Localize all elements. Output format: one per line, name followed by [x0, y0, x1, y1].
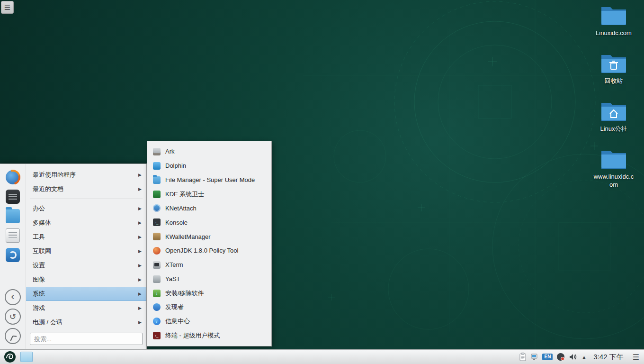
clock[interactable]: 3:42 下午 [590, 353, 626, 362]
root-terminal-icon [153, 332, 161, 339]
category-power-session[interactable]: 电源 / 会话 [26, 315, 146, 329]
favorite-firefox[interactable] [5, 170, 20, 185]
firefox-icon [6, 170, 20, 184]
menu-item-kde-guard[interactable]: KDE 系统卫士 [147, 187, 271, 201]
desktop-icon-trash[interactable]: 回收站 [592, 53, 635, 85]
category-list-spacer [26, 329, 146, 330]
category-recent-docs[interactable]: 最近的文档 [26, 182, 146, 196]
desktop[interactable]: Linuxidc.com 回收站 [0, 0, 644, 364]
category-label: 最近使用的程序 [33, 171, 76, 179]
clock-icon [13, 336, 17, 337]
submenu-arrow-icon [138, 173, 142, 177]
menu-item-label: Ark [165, 148, 175, 155]
menu-item-label: 信息中心 [165, 317, 190, 326]
search-field-wrap [30, 333, 143, 345]
category-label: 系统 [33, 290, 45, 298]
desktop-icon-label: www.linuxidc.com [592, 173, 635, 189]
menu-item-terminal-su[interactable]: 终端 - 超级用户模式 [147, 328, 271, 343]
desktop-icon-wwwlinuxidc[interactable]: www.linuxidc.com [592, 148, 635, 189]
launcher-category-list: 最近使用的程序 最近的文档 办公 多媒体 工具 互联网 设置 图像 系统 游戏 … [26, 164, 146, 349]
menu-item-filemanager-su[interactable]: File Manager - Super User Mode [147, 173, 271, 187]
menu-item-openjdk-policy[interactable]: OpenJDK 1.8.0 Policy Tool [147, 244, 271, 258]
taskbar-task-item[interactable] [20, 352, 33, 362]
category-label: 互联网 [33, 247, 51, 255]
launcher-button[interactable] [3, 350, 17, 364]
category-system[interactable]: 系统 [26, 287, 146, 301]
menu-item-yast[interactable]: YaST [147, 272, 271, 286]
panel-menu-icon[interactable] [631, 353, 641, 362]
clipboard-icon[interactable] [519, 353, 526, 361]
menu-separator [30, 199, 143, 199]
menu-item-label: 安装/移除软件 [165, 289, 204, 298]
search-input[interactable] [30, 333, 143, 345]
dolphin-icon [153, 162, 161, 170]
restart-button[interactable] [5, 309, 21, 325]
submenu-arrow-icon [138, 306, 142, 310]
submenu-arrow-icon [138, 263, 142, 268]
discover-icon [153, 303, 161, 311]
media-app-icon [6, 190, 20, 204]
volume-icon[interactable] [569, 353, 577, 361]
menu-item-ark[interactable]: Ark [147, 145, 271, 159]
category-utilities[interactable]: 工具 [26, 230, 146, 244]
category-graphics[interactable]: 图像 [26, 273, 146, 287]
opensuse-geeko-icon [4, 351, 16, 363]
menu-item-kwalletmanager[interactable]: KWalletManager [147, 229, 271, 244]
menu-item-konsole[interactable]: Konsole [147, 215, 271, 229]
favorite-text-editor[interactable] [5, 228, 20, 243]
favorite-media-app[interactable] [5, 189, 20, 204]
menu-item-label: KNetAttach [165, 205, 197, 212]
desktop-icon-grid: Linuxidc.com 回收站 [592, 5, 635, 189]
favorite-file-manager[interactable] [5, 209, 20, 224]
display-settings-icon[interactable] [557, 353, 564, 361]
category-label: 设置 [33, 261, 45, 270]
clock-icon [10, 336, 13, 341]
category-multimedia[interactable]: 多媒体 [26, 216, 146, 230]
submenu-arrow-icon [138, 206, 142, 211]
menu-item-label: 发现者 [165, 303, 184, 311]
menu-item-label: File Manager - Super User Mode [165, 176, 255, 183]
menu-item-dolphin[interactable]: Dolphin [147, 159, 271, 173]
desktop-icon-home[interactable]: Linux公社 [592, 100, 635, 133]
category-office[interactable]: 办公 [26, 201, 146, 216]
submenu-arrow-icon [138, 187, 142, 191]
favorite-software-update[interactable] [5, 247, 20, 263]
submenu-arrow-icon [138, 235, 142, 239]
desktop-icon-linuxidc[interactable]: Linuxidc.com [592, 5, 635, 37]
tray-expand-icon[interactable] [581, 355, 586, 360]
back-button[interactable] [5, 289, 21, 305]
ark-icon [153, 148, 161, 155]
category-label: 最近的文档 [33, 185, 63, 193]
category-label: 电源 / 会话 [33, 318, 63, 327]
launcher-sidebar [0, 164, 26, 349]
leave-button[interactable] [5, 328, 21, 344]
menu-item-xterm[interactable]: XTerm [147, 258, 271, 272]
menu-item-install-remove-software[interactable]: 安装/移除软件 [147, 286, 271, 300]
menu-item-knetattach[interactable]: KNetAttach [147, 201, 271, 215]
folder-icon [153, 176, 161, 184]
system-tray: EN 3:42 下午 [519, 353, 641, 362]
menu-item-label: OpenJDK 1.8.0 Policy Tool [165, 247, 238, 254]
keyboard-layout-indicator[interactable]: EN [542, 354, 553, 360]
taskbar-panel: EN 3:42 下午 [0, 349, 644, 364]
wallet-icon [153, 233, 161, 240]
menu-item-discover[interactable]: 发现者 [147, 300, 271, 314]
category-label: 图像 [33, 275, 45, 284]
category-recent-apps[interactable]: 最近使用的程序 [26, 168, 146, 182]
trash-icon [600, 53, 627, 74]
category-internet[interactable]: 互联网 [26, 244, 146, 258]
category-settings[interactable]: 设置 [26, 258, 146, 273]
network-icon [153, 204, 161, 212]
category-games[interactable]: 游戏 [26, 301, 146, 315]
submenu-arrow-icon [138, 220, 142, 225]
desktop-icon-label: 回收站 [605, 77, 623, 85]
desktop-icon-label: Linux公社 [600, 125, 627, 133]
submenu-arrow-icon [138, 249, 142, 254]
menu-item-info-center[interactable]: 信息中心 [147, 314, 271, 328]
update-icon [6, 248, 20, 262]
desktop-toolbox-button[interactable] [1, 1, 14, 14]
category-label: 工具 [33, 233, 45, 241]
menu-item-label: XTerm [165, 261, 183, 268]
device-notifier-icon[interactable] [530, 353, 538, 361]
monitor-icon [153, 261, 161, 269]
